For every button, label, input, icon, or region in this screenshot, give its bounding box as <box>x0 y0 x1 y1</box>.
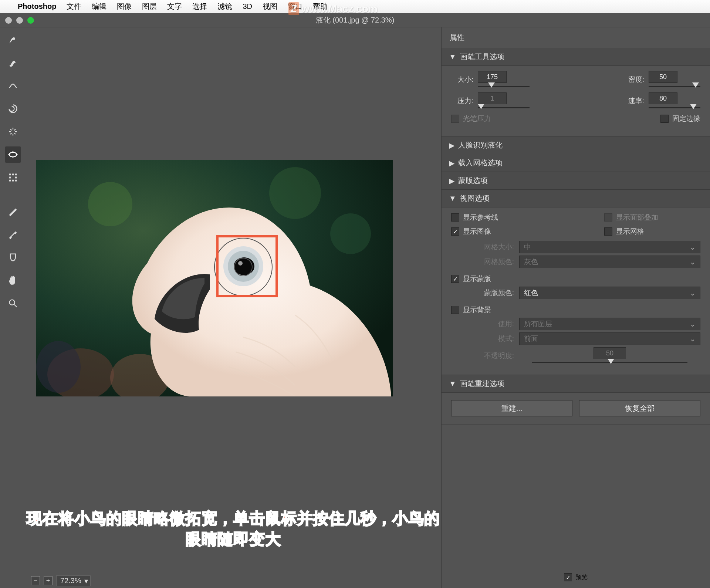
svg-rect-8 <box>15 180 17 182</box>
face-tool-icon[interactable] <box>5 249 21 266</box>
reconstruct-button[interactable]: 重建... <box>451 400 572 416</box>
app-name[interactable]: Photoshop <box>18 2 56 11</box>
section-brush-reconstruct[interactable]: ▼ 画笔重建选项 <box>442 375 710 393</box>
svg-point-0 <box>9 152 17 157</box>
svg-point-15 <box>269 167 321 219</box>
reconstruct-tool-icon[interactable] <box>5 55 21 71</box>
document-image <box>36 160 393 396</box>
menu-layer[interactable]: 图层 <box>142 1 157 11</box>
window-title: 液化 (001.jpg @ 72.3%) <box>5 15 705 25</box>
pen-pressure-checkbox <box>451 115 459 123</box>
menu-image[interactable]: 图像 <box>117 1 132 11</box>
rate-slider[interactable] <box>649 106 700 109</box>
panel-title: 属性 <box>442 27 710 48</box>
section-view-options[interactable]: ▼ 视图选项 <box>442 190 710 207</box>
svg-rect-7 <box>12 180 14 182</box>
hand-tool-icon[interactable] <box>5 272 21 288</box>
size-input[interactable] <box>478 71 507 83</box>
rate-label: 速率: <box>622 96 644 106</box>
freeze-mask-tool-icon[interactable] <box>5 203 21 220</box>
zoom-in-button[interactable]: + <box>44 576 53 585</box>
zoom-tool-icon[interactable] <box>5 295 21 311</box>
push-left-tool-icon[interactable] <box>5 169 21 186</box>
bloat-tool-icon[interactable] <box>5 146 21 163</box>
svg-rect-2 <box>12 174 14 176</box>
menu-file[interactable]: 文件 <box>67 1 81 11</box>
svg-rect-6 <box>9 180 11 182</box>
restore-all-button[interactable]: 恢复全部 <box>579 400 700 416</box>
pucker-tool-icon[interactable] <box>5 124 21 140</box>
show-guides-checkbox[interactable] <box>451 213 459 222</box>
density-input[interactable] <box>649 71 677 83</box>
menu-type[interactable]: 文字 <box>167 1 182 11</box>
canvas-area: 现在将小鸟的眼睛略微拓宽，单击鼠标并按住几秒，小鸟的眼睛随即变大 − + 72.… <box>26 27 441 588</box>
mask-color-dropdown[interactable]: 红色 <box>519 287 700 299</box>
show-mask-checkbox[interactable]: ✓ <box>451 275 459 283</box>
svg-point-13 <box>36 341 81 393</box>
show-image-checkbox[interactable]: ✓ <box>451 227 459 236</box>
preview-checkbox[interactable]: ✓ <box>564 573 572 581</box>
svg-point-14 <box>88 182 132 226</box>
smooth-tool-icon[interactable] <box>5 78 21 94</box>
density-label: 密度: <box>622 75 644 84</box>
pressure-label: 压力: <box>451 96 473 106</box>
window-titlebar: 液化 (001.jpg @ 72.3%) <box>0 13 710 27</box>
opacity-slider <box>532 361 687 364</box>
mode-dropdown: 前面 <box>519 332 700 345</box>
watermark: Zwww.Macz.com <box>288 3 378 15</box>
svg-rect-4 <box>9 177 11 179</box>
menu-3d[interactable]: 3D <box>243 2 252 11</box>
use-dropdown: 所有图层 <box>519 318 700 330</box>
menu-filter[interactable]: 滤镜 <box>217 1 232 11</box>
properties-panel: 属性 ▼ 画笔工具选项 大小: 密度: <box>441 27 710 588</box>
twirl-tool-icon[interactable] <box>5 101 21 117</box>
status-bar: − + 72.3% <box>26 573 441 588</box>
opacity-input: 50 <box>594 347 626 359</box>
pressure-slider[interactable] <box>478 106 530 109</box>
zoom-out-button[interactable]: − <box>31 576 40 585</box>
canvas[interactable]: 现在将小鸟的眼睛略微拓宽，单击鼠标并按住几秒，小鸟的眼睛随即变大 <box>26 27 441 573</box>
zoom-dropdown[interactable]: 72.3% <box>56 575 91 586</box>
tutorial-caption: 现在将小鸟的眼睛略微拓宽，单击鼠标并按住几秒，小鸟的眼睛随即变大 <box>26 508 441 550</box>
size-label: 大小: <box>451 75 473 84</box>
menu-view[interactable]: 视图 <box>263 1 277 11</box>
density-slider[interactable] <box>649 84 700 88</box>
thaw-mask-tool-icon[interactable] <box>5 226 21 243</box>
pressure-input <box>478 92 507 104</box>
mesh-color-dropdown: 灰色 <box>519 256 700 268</box>
section-mask-options[interactable]: ▶ 蒙版选项 <box>442 172 710 190</box>
svg-point-16 <box>330 213 371 254</box>
svg-rect-5 <box>15 177 17 179</box>
pin-edges-checkbox[interactable] <box>660 115 669 123</box>
forward-warp-tool-icon[interactable] <box>5 32 21 48</box>
size-slider[interactable] <box>478 84 530 88</box>
svg-rect-3 <box>15 174 17 176</box>
highlight-box <box>216 235 278 297</box>
mesh-size-dropdown: 中 <box>519 241 700 253</box>
menu-select[interactable]: 选择 <box>192 1 207 11</box>
section-face-aware[interactable]: ▶ 人脸识别液化 <box>442 136 710 154</box>
svg-rect-1 <box>9 174 11 176</box>
rate-input[interactable] <box>649 92 677 104</box>
svg-point-9 <box>10 300 15 305</box>
menu-edit[interactable]: 编辑 <box>92 1 106 11</box>
section-brush-options[interactable]: ▼ 画笔工具选项 <box>442 48 710 66</box>
show-mesh-checkbox[interactable] <box>604 227 612 236</box>
section-load-mesh[interactable]: ▶ 载入网格选项 <box>442 154 710 172</box>
show-background-checkbox[interactable] <box>451 306 459 314</box>
show-face-overlay-checkbox <box>604 213 612 222</box>
liquify-toolbar <box>0 27 26 588</box>
